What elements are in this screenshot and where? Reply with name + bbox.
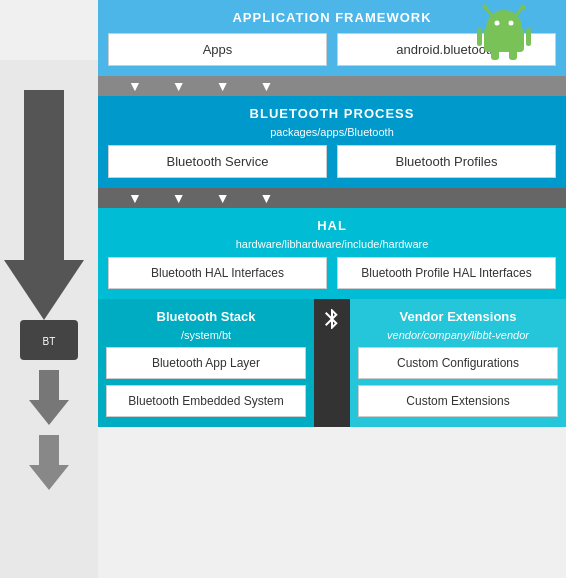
bt-stack-title: Bluetooth Stack <box>106 305 306 327</box>
hal-sub: hardware/libhardware/include/hardware <box>108 236 556 257</box>
section-bt-process: BLUETOOTH PROCESS packages/apps/Bluetoot… <box>98 96 566 188</box>
left-decor-panel: BT <box>0 60 98 427</box>
diagram-container: BT APPLICATION FRAMEWORK Apps android.bl… <box>0 0 566 427</box>
section-hal: HAL hardware/libhardware/include/hardwar… <box>98 208 566 299</box>
hal-boxes: Bluetooth HAL Interfaces Bluetooth Profi… <box>108 257 556 289</box>
svg-rect-8 <box>526 28 531 46</box>
left-arrows-svg: BT <box>0 60 98 578</box>
svg-text:BT: BT <box>43 336 56 347</box>
bluetooth-icon <box>320 307 344 331</box>
bt-service-box: Bluetooth Service <box>108 145 327 178</box>
bt-process-title: BLUETOOTH PROCESS <box>108 102 556 124</box>
svg-rect-7 <box>477 28 482 46</box>
jni-arrows: ▼ ▼ ▼ ▼ <box>128 190 273 206</box>
svg-rect-9 <box>491 50 499 60</box>
section-bt-stack: Bluetooth Stack /system/bt Bluetooth App… <box>98 299 314 427</box>
svg-point-3 <box>521 5 526 10</box>
section-vendor: Vendor Extensions vendor/company/libbt-v… <box>350 299 566 427</box>
divider-bt-icon <box>314 299 350 427</box>
vendor-sub: vendor/company/libbt-vendor <box>358 327 558 347</box>
bt-hal-interfaces-box: Bluetooth HAL Interfaces <box>108 257 327 289</box>
vendor-box1: Custom Configurations <box>358 347 558 379</box>
apps-box: Apps <box>108 33 327 66</box>
bt-process-boxes: Bluetooth Service Bluetooth Profiles <box>108 145 556 178</box>
svg-rect-10 <box>509 50 517 60</box>
vendor-title: Vendor Extensions <box>358 305 558 327</box>
bt-stack-box2: Bluetooth Embedded System <box>106 385 306 417</box>
svg-point-5 <box>509 21 514 26</box>
bt-profile-hal-interfaces-box: Bluetooth Profile HAL Interfaces <box>337 257 556 289</box>
bottom-sections: Bluetooth Stack /system/bt Bluetooth App… <box>98 299 566 427</box>
vendor-box2: Custom Extensions <box>358 385 558 417</box>
binder-bar: Binder ▼ ▼ ▼ ▼ <box>98 76 566 96</box>
binder-arrows: ▼ ▼ ▼ ▼ <box>128 78 273 94</box>
hal-title: HAL <box>108 214 556 236</box>
android-logo <box>476 0 536 55</box>
bt-stack-box1: Bluetooth App Layer <box>106 347 306 379</box>
bt-profiles-box: Bluetooth Profiles <box>337 145 556 178</box>
svg-point-1 <box>483 5 488 10</box>
svg-rect-6 <box>484 28 524 52</box>
bt-process-sub: packages/apps/Bluetooth <box>108 124 556 145</box>
jni-bar: JNI ▼ ▼ ▼ ▼ <box>98 188 566 208</box>
main-content: APPLICATION FRAMEWORK Apps android.bluet… <box>98 0 566 427</box>
bt-stack-sub: /system/bt <box>106 327 306 347</box>
svg-point-4 <box>495 21 500 26</box>
